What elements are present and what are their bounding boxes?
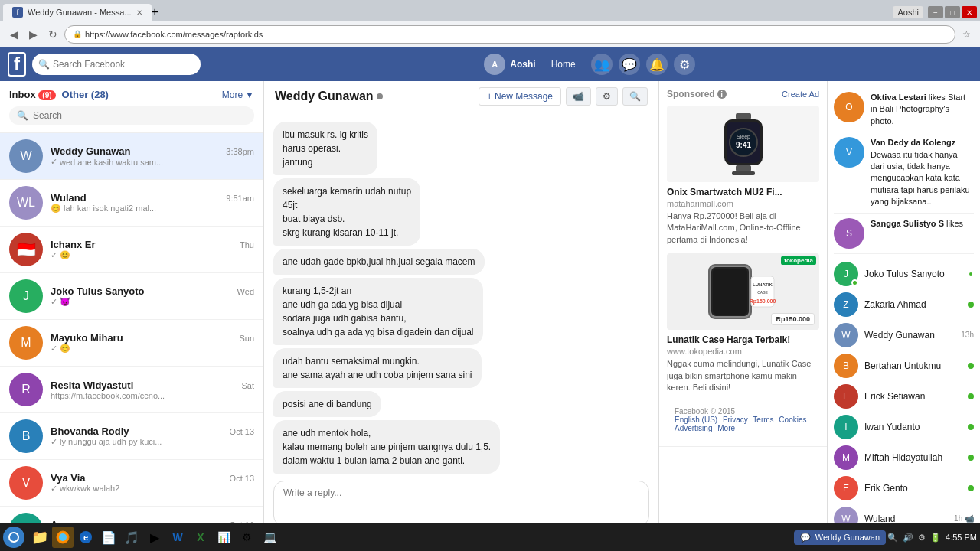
more-footer-link[interactable]: More (717, 424, 735, 432)
more-button[interactable]: More ▼ (222, 90, 254, 100)
taskbar-excel-icon[interactable]: X (190, 527, 211, 548)
conv-body: Weddy Gunawan 3:38pm ✓ wed ane kasih wak… (51, 145, 254, 167)
tray-settings-icon[interactable]: ⚙ (918, 533, 926, 543)
ad-image-1: Sleep 9:41 (667, 106, 819, 182)
friend-item[interactable]: E Erick Setiawan (834, 381, 974, 412)
messages-icon[interactable]: 💬 (619, 54, 640, 75)
conv-preview: ✓ wed ane kasih waktu sam... (51, 157, 254, 167)
friend-item[interactable]: E Erik Gento (834, 473, 974, 504)
conversation-item[interactable]: WL Wuland 9:51am 😊 lah kan isok ngati2 m… (0, 180, 263, 227)
taskbar-explorer-icon[interactable]: 📁 (29, 527, 51, 548)
english-link[interactable]: English (US) (675, 416, 717, 424)
friend-item[interactable]: I Iwan Yudanto (834, 412, 974, 442)
friend-time: 1h 📹 (954, 514, 974, 523)
search-chat-button[interactable]: 🔍 (622, 87, 648, 106)
tray-power-icon[interactable]: 🔋 (930, 533, 941, 543)
ad-card-2[interactable]: LUNATIK CASE Rp150.000 tokopedia Rp150.0… (667, 253, 819, 393)
tray-volume-icon[interactable]: 🔊 (903, 533, 913, 543)
friends-icon[interactable]: 👥 (591, 54, 612, 75)
conversation-item[interactable]: J Joko Tulus Sanyoto Wed ✓ 😈 (0, 273, 263, 320)
taskbar-browser-icon[interactable] (52, 527, 74, 548)
friend-item[interactable]: W Weddy Gunawan 13h (834, 320, 974, 350)
taskbar-winamp-icon[interactable]: 🎵 (121, 527, 142, 548)
minimize-button[interactable]: − (928, 6, 943, 18)
conv-name: Wuland (51, 192, 87, 204)
conversation-item[interactable]: B Bhovanda Rodly Oct 13 ✓ ly nunggu aja … (0, 413, 263, 460)
inbox-tabs: Inbox (9) Other (28) More ▼ (9, 89, 254, 100)
create-ad-link[interactable]: Create Ad (782, 90, 819, 99)
friend-item[interactable]: Z Zakaria Ahmad (834, 289, 974, 320)
taskbar-wmp-icon[interactable]: ▶ (144, 527, 165, 548)
taskbar-settings-icon[interactable]: ⚙ (236, 527, 257, 548)
settings-icon[interactable]: ⚙ (674, 54, 695, 75)
tray-search-icon[interactable]: 🔍 (887, 533, 898, 543)
tab-close-button[interactable]: ✕ (136, 8, 142, 17)
message-search-box[interactable]: 🔍 (9, 106, 254, 125)
taskbar: 📁 e 📄 🎵 ▶ W X 📊 ⚙ 💻 💬 Weddy Gunawan 🔍 🔊 … (0, 523, 980, 551)
tab-bar: f Weddy Gunawan - Messa... ✕ + Aoshi − □… (0, 0, 980, 21)
inbox-tab[interactable]: Inbox (9) (9, 89, 56, 100)
sidebar-header: Inbox (9) Other (28) More ▼ 🔍 (0, 81, 263, 133)
close-button[interactable]: ✕ (962, 6, 977, 18)
online-indicator (968, 424, 974, 430)
new-message-button[interactable]: + New Message (479, 87, 561, 106)
conv-name: Vya Via (51, 472, 86, 484)
fb-search-bar[interactable]: 🔍 (32, 54, 201, 75)
avatar: M (9, 326, 43, 360)
notifications-icon[interactable]: 🔔 (646, 54, 668, 75)
sponsored-label: Sponsored (667, 89, 715, 99)
notif-item: S Sangga Sulistyo S likes (834, 214, 974, 254)
conversation-item[interactable]: R Resita Widyastuti Sat https://m.facebo… (0, 367, 263, 413)
taskbar-ie-icon[interactable]: e (75, 527, 96, 548)
taskbar-misc-icon[interactable]: 📊 (213, 527, 234, 548)
advertising-link[interactable]: Advertising (675, 424, 712, 432)
new-tab-button[interactable]: + (152, 5, 158, 19)
privacy-link[interactable]: Privacy (723, 416, 748, 424)
conversation-item[interactable]: M Mayuko Miharu Sun ✓ 😊 (0, 320, 263, 367)
conversation-item[interactable]: V Vya Via Oct 13 ✓ wkwkwk walah2 (0, 460, 263, 507)
friend-name: Joko Tulus Sanyoto (864, 269, 962, 279)
settings-button[interactable]: ⚙ (596, 87, 618, 106)
message-bubble: ane udh mentok hola, kalau memang boleh … (273, 420, 500, 474)
conversation-list: W Weddy Gunawan 3:38pm ✓ wed ane kasih w… (0, 133, 263, 551)
friend-item[interactable]: J Joko Tulus Sanyoto (834, 259, 974, 289)
message-search-input[interactable] (33, 110, 186, 121)
friend-avatar: W (834, 323, 858, 347)
svg-rect-0 (736, 113, 751, 119)
taskbar-chat-window[interactable]: 💬 Weddy Gunawan (794, 530, 886, 545)
address-bar[interactable]: 🔒 https://www.facebook.com/messages/rapt… (64, 25, 956, 44)
conv-body: Joko Tulus Sanyoto Wed ✓ 😈 (51, 285, 254, 307)
bookmark-icon[interactable]: ☆ (959, 27, 974, 42)
start-button[interactable] (3, 527, 24, 548)
forward-button[interactable]: ▶ (25, 27, 41, 42)
cookies-link[interactable]: Cookies (779, 416, 806, 424)
friend-item[interactable]: B Bertahan Untukmu (834, 350, 974, 381)
taskbar-word-icon[interactable]: W (167, 527, 188, 548)
conversation-item[interactable]: W Weddy Gunawan 3:38pm ✓ wed ane kasih w… (0, 133, 263, 180)
fb-home-link[interactable]: Home (551, 59, 576, 70)
fb-search-input[interactable] (53, 59, 183, 70)
video-call-button[interactable]: 📹 (566, 87, 591, 106)
fb-user-nav[interactable]: A Aoshi (484, 54, 535, 75)
reply-input[interactable] (273, 481, 649, 527)
home-label: Home (551, 59, 576, 70)
main-content: Inbox (9) Other (28) More ▼ 🔍 W (0, 81, 980, 551)
conv-preview: ✓ 😈 (51, 297, 254, 307)
svg-rect-10 (713, 269, 747, 315)
fb-nav-icons: 👥 💬 🔔 ⚙ (591, 54, 695, 75)
maximize-button[interactable]: □ (945, 6, 960, 18)
terms-link[interactable]: Terms (753, 416, 773, 424)
avatar: B (9, 419, 43, 453)
conv-name: Weddy Gunawan (51, 145, 131, 157)
refresh-button[interactable]: ↻ (44, 27, 61, 42)
back-button[interactable]: ◀ (6, 27, 22, 42)
other-tab[interactable]: Other (28) (62, 89, 109, 100)
active-tab[interactable]: f Weddy Gunawan - Messa... ✕ (3, 4, 152, 21)
friend-item[interactable]: M Miftah Hidayatullah (834, 442, 974, 473)
friends-section: J Joko Tulus Sanyoto Z Zakaria Ahmad W W… (834, 254, 974, 551)
taskbar-file-icon[interactable]: 📄 (98, 527, 119, 548)
ad-card-1[interactable]: Sleep 9:41 Onix Smartwatch MU2 Fi... mat… (667, 106, 819, 246)
taskbar-extra-icon[interactable]: 💻 (259, 527, 280, 548)
inbox-count: (9) (38, 90, 55, 100)
conversation-item[interactable]: 🇮🇩 Ichanx Er Thu ✓ 😊 (0, 227, 263, 273)
